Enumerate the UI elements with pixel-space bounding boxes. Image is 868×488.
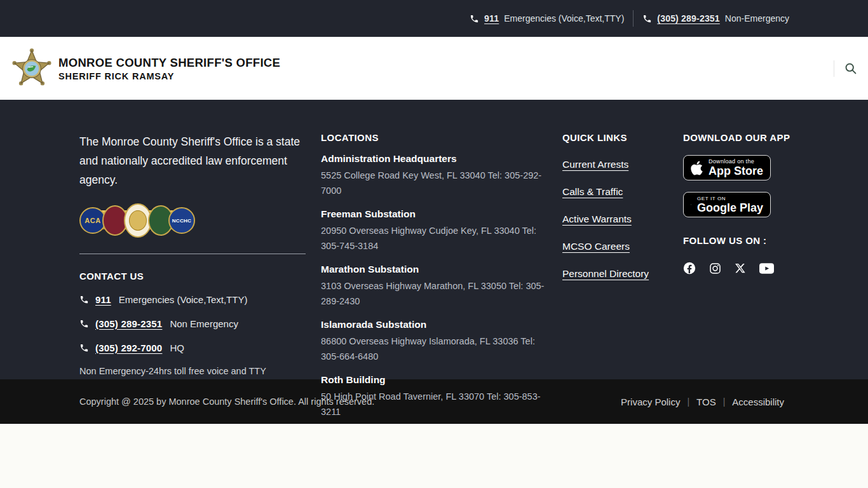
contact-divider: [79, 254, 306, 254]
app-store-tagline: Download on the: [709, 158, 763, 165]
x-twitter-icon: [735, 262, 746, 274]
location-address: 86800 Overseas Highway Islamorada, FL 33…: [321, 334, 555, 364]
phone-icon: [79, 319, 89, 329]
location-name: Roth Building: [321, 374, 555, 386]
app-store-badge[interactable]: Download on the App Store: [683, 155, 771, 180]
location-address: 5525 College Road Key West, FL 33040 Tel…: [321, 168, 555, 198]
top-contact-bar: 911 Emergencies (Voice,Text,TTY) (305) 2…: [0, 0, 868, 37]
contact-label: Non Emergency: [170, 318, 238, 329]
google-play-badge[interactable]: GET IT ON Google Play: [683, 192, 771, 217]
apple-icon: [691, 160, 703, 176]
header-right: [834, 59, 868, 78]
emergency-number: 911: [484, 13, 499, 24]
topbar-divider: [633, 10, 634, 27]
emergency-phone-link[interactable]: 911 Emergencies (Voice,Text,TTY): [470, 13, 624, 24]
phone-icon: [79, 343, 89, 353]
footer-locations-column: LOCATIONS Administration Headquarters 55…: [321, 132, 555, 419]
google-play-text: GET IT ON Google Play: [697, 196, 763, 214]
quick-link-personnel-directory[interactable]: Personnel Directory: [562, 268, 683, 280]
contact-note: Non Emergency-24hrs toll free voice and …: [79, 366, 306, 376]
non-emergency-label: Non-Emergency: [725, 13, 789, 24]
contact-number: 911: [95, 294, 111, 305]
phone-icon: [642, 14, 652, 24]
home-logo-link[interactable]: MONROE COUNTY SHERIFF'S OFFICE SHERIFF R…: [11, 47, 280, 90]
location-address: 20950 Overseas Highway Cudjoe Key, FL 33…: [321, 223, 555, 254]
site-header: MONROE COUNTY SHERIFF'S OFFICE SHERIFF R…: [0, 37, 868, 100]
facebook-link[interactable]: [683, 262, 696, 274]
footer-about-column: The Monroe County Sheriff's Office is a …: [79, 132, 306, 376]
facebook-icon: [683, 262, 696, 274]
location-item: Islamorada Substation 86800 Overseas Hig…: [321, 319, 555, 364]
location-address: 3103 Overseas Highway Marathon, FL 33050…: [321, 278, 555, 309]
contact-label: Emergencies (Voice,Text,TTY): [119, 294, 248, 305]
social-links: [683, 262, 794, 274]
contact-number: (305) 292-7000: [95, 342, 162, 353]
quick-link-calls-traffic[interactable]: Calls & Traffic: [562, 186, 683, 198]
quick-links-heading: QUICK LINKS: [562, 132, 683, 143]
location-name: Administration Headquarters: [321, 153, 555, 165]
phone-icon: [79, 295, 89, 304]
location-item: Administration Headquarters 5525 College…: [321, 153, 555, 198]
instagram-icon: [709, 262, 721, 274]
brand-text: MONROE COUNTY SHERIFF'S OFFICE SHERIFF R…: [58, 56, 280, 81]
legal-separator: |: [723, 396, 726, 407]
contact-label: HQ: [170, 342, 184, 353]
app-store-text: Download on the App Store: [709, 158, 763, 177]
footer-quick-links-column: QUICK LINKS Current Arrests Calls & Traf…: [562, 132, 683, 280]
non-emergency-number: (305) 289-2351: [657, 13, 720, 24]
youtube-link[interactable]: [759, 263, 774, 274]
phone-icon: [470, 14, 479, 24]
sheriff-name: SHERIFF RICK RAMSAY: [58, 71, 280, 81]
footer-app-column: DOWNLOAD OUR APP Download on the App Sto…: [683, 132, 794, 274]
search-icon: [844, 62, 857, 75]
search-button[interactable]: [841, 59, 860, 78]
non-emergency-phone-link[interactable]: (305) 289-2351 Non-Emergency: [642, 13, 789, 24]
emergency-label: Emergencies (Voice,Text,TTY): [504, 13, 624, 24]
location-name: Marathon Substation: [321, 264, 555, 275]
about-text: The Monroe County Sheriff's Office is a …: [79, 132, 306, 189]
location-name: Islamorada Substation: [321, 319, 555, 330]
locations-heading: LOCATIONS: [321, 132, 555, 143]
privacy-policy-link[interactable]: Privacy Policy: [621, 396, 680, 407]
org-name: MONROE COUNTY SHERIFF'S OFFICE: [58, 56, 280, 70]
location-name: Freeman Substation: [321, 208, 555, 220]
youtube-icon: [759, 263, 774, 274]
x-twitter-link[interactable]: [735, 262, 746, 274]
contact-non-emergency-link[interactable]: (305) 289-2351 Non Emergency: [79, 317, 306, 330]
legal-links: Privacy Policy | TOS | Accessibility: [621, 396, 784, 407]
quick-link-current-arrests[interactable]: Current Arrests: [562, 159, 683, 170]
google-play-tagline: GET IT ON: [697, 196, 763, 201]
contact-emergency-link[interactable]: 911 Emergencies (Voice,Text,TTY): [79, 293, 306, 306]
follow-us-heading: FOLLOW US ON :: [683, 235, 794, 246]
download-app-heading: DOWNLOAD OUR APP: [683, 132, 794, 143]
location-address: 50 High Point Road Tavernier, FL 33070 T…: [321, 389, 555, 419]
location-item: Marathon Substation 3103 Overseas Highwa…: [321, 264, 555, 309]
instagram-link[interactable]: [709, 262, 721, 274]
quick-link-active-warrants[interactable]: Active Warrants: [562, 214, 683, 225]
google-play-icon: [691, 197, 691, 212]
header-divider: [834, 60, 834, 77]
contact-us-heading: CONTACT US: [79, 271, 306, 281]
google-play-label: Google Play: [697, 202, 763, 214]
contact-hq-link[interactable]: (305) 292-7000 HQ: [79, 341, 306, 354]
location-item: Roth Building 50 High Point Road Taverni…: [321, 374, 555, 419]
sheriff-star-badge-logo: [11, 47, 52, 90]
quick-link-mcso-careers[interactable]: MCSO Careers: [562, 241, 683, 252]
accessibility-link[interactable]: Accessibility: [732, 396, 784, 407]
location-item: Freeman Substation 20950 Overseas Highwa…: [321, 208, 555, 254]
legal-separator: |: [687, 396, 689, 407]
ncchc-accreditation-badge-icon: NCCHC: [168, 207, 195, 234]
tos-link[interactable]: TOS: [696, 396, 716, 407]
site-footer: The Monroe County Sheriff's Office is a …: [0, 100, 868, 379]
accreditation-badges: ACA NCCHC: [79, 203, 194, 237]
app-store-label: App Store: [709, 165, 763, 177]
contact-number: (305) 289-2351: [95, 318, 162, 329]
